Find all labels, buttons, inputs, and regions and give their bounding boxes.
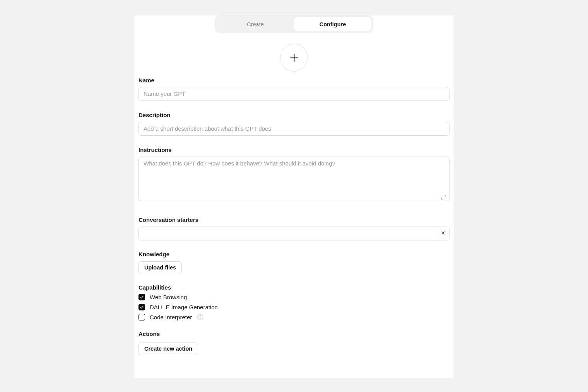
description-label: Description	[138, 112, 450, 118]
actions-section: Actions Create new action	[138, 331, 450, 355]
name-input[interactable]	[138, 87, 450, 101]
conversation-starters-section: Conversation starters	[138, 216, 450, 240]
knowledge-section: Knowledge Upload files	[138, 251, 450, 274]
tab-create[interactable]: Create	[217, 17, 294, 31]
instructions-field: Instructions	[138, 147, 450, 203]
configure-panel: Create Configure Name Description Instru…	[134, 15, 454, 378]
knowledge-label: Knowledge	[138, 251, 450, 257]
capability-dalle: DALL·E Image Generation	[138, 304, 450, 310]
capability-label: Web Browsing	[150, 294, 187, 300]
instructions-textarea[interactable]	[138, 157, 450, 201]
capability-label: Code Interpreter	[150, 314, 192, 320]
plus-icon	[289, 53, 299, 63]
close-icon	[441, 230, 446, 237]
conversation-starter-input[interactable]	[139, 227, 437, 240]
remove-starter-button[interactable]	[437, 227, 449, 240]
capability-checkbox[interactable]	[138, 294, 145, 300]
capability-checkbox[interactable]	[138, 314, 145, 320]
tab-configure[interactable]: Configure	[294, 17, 371, 31]
capability-web-browsing: Web Browsing	[138, 294, 450, 300]
instructions-label: Instructions	[138, 147, 450, 153]
create-action-button[interactable]: Create new action	[138, 343, 198, 355]
avatar-upload-button[interactable]	[280, 44, 308, 72]
capability-code-interpreter: Code Interpreter ?	[138, 314, 450, 320]
expand-icon[interactable]	[441, 194, 446, 200]
capabilities-section: Capabilities Web Browsing DALL·E Image G…	[138, 284, 450, 320]
help-icon[interactable]: ?	[197, 314, 203, 320]
capabilities-label: Capabilities	[138, 284, 450, 291]
description-input[interactable]	[138, 122, 450, 136]
name-field: Name	[138, 77, 450, 101]
actions-label: Actions	[138, 331, 450, 337]
upload-files-button[interactable]: Upload files	[138, 261, 182, 274]
conversation-starters-label: Conversation starters	[138, 216, 450, 223]
description-field: Description	[138, 112, 450, 136]
conversation-starter-row	[138, 227, 450, 240]
capability-label: DALL·E Image Generation	[150, 304, 218, 310]
tabs: Create Configure	[215, 15, 373, 33]
capability-checkbox[interactable]	[138, 304, 145, 310]
name-label: Name	[138, 77, 450, 84]
